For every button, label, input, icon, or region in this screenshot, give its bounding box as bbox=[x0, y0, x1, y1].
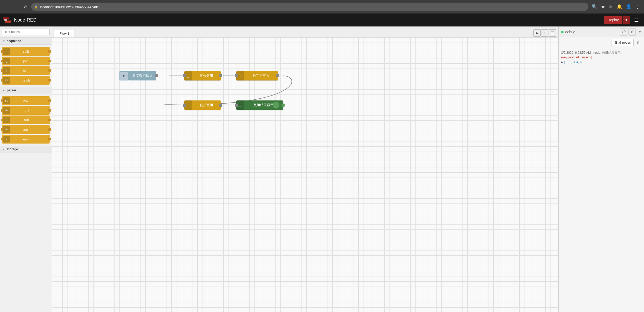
flow-tab[interactable]: Flow 1 bbox=[54, 30, 75, 37]
delete-button[interactable]: 🗑 bbox=[628, 28, 636, 36]
csv-port-right bbox=[48, 99, 51, 102]
expand-arrow-icon: ▶ bbox=[561, 61, 563, 64]
json-port-right bbox=[48, 119, 51, 121]
topbar: Node-RED Deploy ▼ ☰ bbox=[0, 13, 644, 26]
address-bar[interactable]: 🔒 localhost:1880/#flow/73554227.4474dc bbox=[31, 3, 588, 11]
node-xml[interactable]: </> xml bbox=[2, 125, 50, 134]
sort-port-right bbox=[48, 69, 51, 72]
node-sort[interactable]: ⇅ sort bbox=[2, 66, 50, 75]
join-label: join bbox=[23, 59, 28, 63]
node-batch[interactable]: ☷ batch bbox=[2, 76, 50, 85]
account-icon[interactable]: 👤 bbox=[625, 3, 633, 11]
right-panel-title: debug bbox=[565, 30, 575, 34]
debug-flow-node[interactable]: ☷ 数组结果显示 bbox=[236, 100, 283, 110]
split-in-port bbox=[183, 74, 186, 77]
filter-input-wrap bbox=[0, 26, 52, 38]
debug-indicator bbox=[273, 102, 279, 108]
app: Node-RED Deploy ▼ ☰ ▼ sequence bbox=[0, 13, 644, 312]
clear-debug-button[interactable]: 🗑 bbox=[635, 39, 642, 46]
filter-nodes-input[interactable] bbox=[2, 29, 50, 35]
search-icon[interactable]: 🔍 bbox=[591, 3, 598, 11]
split-flow-node[interactable]: ⎯ 拆分数组 bbox=[184, 71, 221, 80]
batch-port-right bbox=[48, 79, 51, 82]
deploy-dropdown-button[interactable]: ▼ bbox=[623, 16, 630, 24]
add-tab-button[interactable]: + bbox=[541, 29, 548, 37]
node-yaml[interactable]: Y yaml bbox=[2, 135, 50, 144]
panel-chevron[interactable]: ▼ bbox=[638, 30, 641, 34]
filter-nodes-label: all nodes bbox=[618, 41, 631, 44]
html-label: html bbox=[23, 108, 29, 112]
debug-value[interactable]: ▶ [ 1, 2, 3, 4, 6 ] bbox=[561, 60, 641, 64]
logo-bottom bbox=[5, 21, 11, 23]
browser-actions: 🔍 ★ ⚛ 🔔 👤 ⋮ bbox=[591, 3, 641, 11]
input-trigger-button[interactable]: ► bbox=[119, 71, 129, 80]
batch-icon: ☷ bbox=[3, 77, 10, 84]
parser-node-list: 1.2 csv </> html { } json bbox=[0, 94, 52, 146]
forward-button[interactable]: → bbox=[12, 3, 20, 10]
flow-tab-label: Flow 1 bbox=[59, 32, 69, 36]
debug-entry: 3/9/2020, 6:23:56 AM node: 数组结果显示 msg.pa… bbox=[561, 51, 641, 64]
run-button[interactable]: ▶ bbox=[533, 29, 541, 37]
round-flow-label: 数字舍五入 bbox=[244, 73, 278, 78]
section-storage[interactable]: ▼ storage bbox=[0, 146, 52, 153]
lock-icon: 🔒 bbox=[34, 5, 38, 9]
round-flow-node[interactable]: ⇅ 数字舍五入 bbox=[236, 71, 278, 80]
yaml-port-right bbox=[48, 138, 51, 140]
topbar-right: Deploy ▼ ☰ bbox=[604, 16, 641, 24]
menu-button[interactable]: ☰ bbox=[632, 16, 641, 24]
split-flow-label: 拆分数组 bbox=[192, 73, 221, 78]
split-out-port bbox=[219, 74, 222, 77]
node-html[interactable]: </> html bbox=[2, 106, 50, 115]
logo-top bbox=[3, 17, 9, 19]
sort-icon: ⇅ bbox=[3, 67, 10, 74]
round-out-port bbox=[276, 74, 279, 77]
sequence-chevron: ▼ bbox=[3, 40, 5, 43]
node-join[interactable]: ⎯ join bbox=[2, 57, 50, 65]
logo: Node-RED bbox=[3, 17, 37, 23]
input-label: 数字数组输入 bbox=[129, 71, 156, 80]
debug-icon: ■ bbox=[561, 30, 564, 34]
menu-dots-icon[interactable]: ⋮ bbox=[634, 3, 641, 11]
debug-meta: 3/9/2020, 6:23:56 AM node: 数组结果显示 bbox=[561, 51, 641, 55]
logo-icon bbox=[3, 17, 12, 23]
join-flow-node[interactable]: ⎯ 合并数组 bbox=[184, 100, 221, 110]
sequence-node-list: ⎯ split ⎯ join ⇅ sort bbox=[0, 45, 52, 87]
right-panel: ■ debug ⓘ 🗑 ▼ ☶ all nodes 🗑 3/9/2020, bbox=[558, 26, 644, 312]
tab-list-button[interactable]: ☰ bbox=[549, 29, 556, 37]
filter-nodes-button[interactable]: ☶ all nodes bbox=[612, 39, 634, 46]
debug-timestamp: 3/9/2020, 6:23:56 AM bbox=[561, 51, 591, 55]
storage-label: storage bbox=[7, 147, 18, 151]
node-csv[interactable]: 1.2 csv bbox=[2, 96, 50, 105]
right-panel-actions: ⓘ 🗑 bbox=[620, 28, 636, 36]
parser-label: parser bbox=[7, 89, 16, 92]
tab-actions: ▶ + ☰ bbox=[533, 29, 556, 37]
yaml-icon: Y bbox=[3, 136, 10, 143]
input-node[interactable]: ► 数字数组输入 bbox=[119, 71, 156, 80]
storage-chevron: ▼ bbox=[3, 148, 5, 151]
refresh-button[interactable]: ⟳ bbox=[22, 3, 29, 10]
notification-icon[interactable]: 🔔 bbox=[615, 3, 623, 11]
join-port-right bbox=[48, 60, 51, 62]
debug-node-name: node: 数组结果显示 bbox=[593, 51, 621, 55]
node-json[interactable]: { } json bbox=[2, 116, 50, 124]
section-sequence[interactable]: ▼ sequence bbox=[0, 38, 52, 45]
xml-icon: </> bbox=[3, 126, 10, 133]
bookmark-icon[interactable]: ★ bbox=[600, 3, 606, 11]
main-content: ▼ sequence ⎯ split ⎯ join ⇅ bbox=[0, 26, 644, 312]
debug-payload[interactable]: msg.payload : array[5] bbox=[561, 56, 641, 59]
back-button[interactable]: ← bbox=[3, 3, 10, 10]
deploy-group: Deploy ▼ bbox=[604, 16, 630, 24]
node-split[interactable]: ⎯ split bbox=[2, 47, 50, 56]
canvas-grid: ► 数字数组输入 ⎯ 拆分数组 ⇅ 数字舍五入 bbox=[52, 37, 558, 312]
extension-icon[interactable]: ⚛ bbox=[608, 3, 614, 11]
round-in-port bbox=[235, 74, 238, 77]
deploy-button[interactable]: Deploy bbox=[604, 16, 623, 24]
sort-label: sort bbox=[23, 69, 29, 73]
input-node-label: 数字数组输入 bbox=[132, 73, 153, 78]
json-label: json bbox=[23, 118, 29, 122]
section-parser[interactable]: ▼ parser bbox=[0, 87, 52, 94]
app-title: Node-RED bbox=[14, 17, 37, 23]
input-port-out bbox=[155, 74, 158, 77]
json-icon: { } bbox=[3, 117, 10, 123]
info-button[interactable]: ⓘ bbox=[620, 28, 627, 36]
